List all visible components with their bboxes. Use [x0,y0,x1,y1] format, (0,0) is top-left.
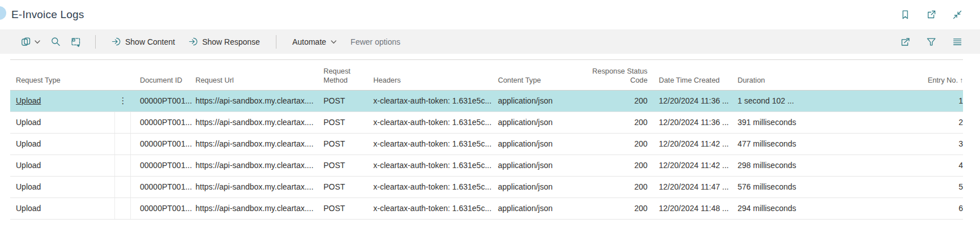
e-invoice-logs-page: E-Invoice Logs [0,0,980,249]
fewer-options-label: Fewer options [351,37,400,46]
table-row[interactable]: Upload ⋮ 00000PT001... https://api-sandb… [10,91,963,112]
cell-document-id: 00000PT001... [131,139,194,148]
log-table: Request Type Document ID Request Url Req… [10,59,963,220]
cell-content-type: application/json [497,182,578,191]
cell-request-type[interactable]: Upload [10,112,115,133]
cell-date-time-created: 12/20/2024 11:42 ... [647,139,736,148]
cell-request-type[interactable]: Upload [10,177,115,198]
cell-response-status-code: 200 [578,96,647,105]
views-button[interactable] [18,34,43,50]
cell-date-time-created: 12/20/2024 11:36 ... [647,96,736,105]
cell-duration: 477 milliseconds [736,139,821,148]
cell-request-method: POST [322,161,372,170]
cell-content-type: application/json [497,96,578,105]
show-content-button[interactable]: Show Content [107,34,180,49]
row-options-icon[interactable]: ⋮ [115,91,131,111]
app-accent-circle [0,6,6,20]
show-response-button[interactable]: Show Response [184,34,265,49]
cell-request-url: https://api-sandbox.my.cleartax.... [194,139,322,148]
sort-ascending-icon: ↑ [960,76,963,85]
row-options-icon[interactable] [115,112,131,133]
table-header-row: Request Type Document ID Request Url Req… [10,60,963,91]
fewer-options-button[interactable]: Fewer options [346,35,405,49]
cell-response-status-code: 200 [578,204,647,213]
column-header-headers[interactable]: Headers [372,67,497,90]
cell-response-status-code: 200 [578,161,647,170]
column-header-entry-no[interactable]: Entry No. ↑ [821,67,963,90]
row-options-icon[interactable] [115,177,131,198]
cell-request-type[interactable]: Upload [10,134,115,154]
cell-duration: 1 second 102 ... [736,96,821,105]
cell-date-time-created: 12/20/2024 11:47 ... [647,182,736,191]
cell-request-type[interactable]: Upload [10,155,115,176]
cell-duration: 391 milliseconds [736,118,821,127]
analyze-button[interactable] [68,34,84,50]
column-header-response-status-code[interactable]: Response Status Code [578,67,647,90]
cell-headers: x-cleartax-auth-token: 1.631e5c... [372,161,497,170]
column-header-options [115,67,131,90]
page-title: E-Invoice Logs [11,8,84,21]
cell-entry-no: 1 [821,96,963,105]
cell-request-url: https://api-sandbox.my.cleartax.... [194,204,322,213]
bookmark-icon[interactable] [900,9,911,20]
open-in-new-window-icon[interactable] [926,9,937,20]
cell-request-method: POST [322,139,372,148]
column-header-duration[interactable]: Duration [736,67,821,90]
search-button[interactable] [48,34,63,50]
table-body: Upload ⋮ 00000PT001... https://api-sandb… [10,91,963,220]
column-header-date-time-created[interactable]: Date Time Created [647,67,736,90]
cell-headers: x-cleartax-auth-token: 1.631e5c... [372,182,497,191]
table-row[interactable]: Upload 00000PT001... https://api-sandbox… [10,177,963,198]
cell-date-time-created: 12/20/2024 11:42 ... [647,161,736,170]
collapse-window-icon[interactable] [952,9,963,20]
row-options-icon[interactable] [115,198,131,219]
table-row[interactable]: Upload 00000PT001... https://api-sandbox… [10,134,963,155]
cell-request-type[interactable]: Upload [10,198,115,219]
automate-button[interactable]: Automate [288,35,342,49]
row-options-icon[interactable] [115,155,131,176]
cell-headers: x-cleartax-auth-token: 1.631e5c... [372,139,497,148]
cell-duration: 576 milliseconds [736,182,821,191]
cell-entry-no: 2 [821,118,963,127]
cell-duration: 294 milliseconds [736,204,821,213]
cell-content-type: application/json [497,161,578,170]
cell-content-type: application/json [497,118,578,127]
column-header-document-id[interactable]: Document ID [131,67,194,90]
column-header-request-url[interactable]: Request Url [194,67,322,90]
cell-document-id: 00000PT001... [131,161,194,170]
cell-document-id: 00000PT001... [131,204,194,213]
cell-request-method: POST [322,96,372,105]
chevron-down-icon [34,38,41,45]
table-row[interactable]: Upload 00000PT001... https://api-sandbox… [10,198,963,220]
cell-response-status-code: 200 [578,182,647,191]
cell-request-method: POST [322,204,372,213]
automate-label: Automate [292,37,326,46]
table-row[interactable]: Upload 00000PT001... https://api-sandbox… [10,112,963,134]
cell-request-method: POST [322,182,372,191]
row-options-icon[interactable] [115,134,131,154]
cell-request-type[interactable]: Upload [10,96,115,105]
share-icon[interactable] [900,36,911,48]
entry-no-label: Entry No. [928,76,958,85]
cell-document-id: 00000PT001... [131,96,194,105]
cell-response-status-code: 200 [578,118,647,127]
list-view-icon[interactable] [952,36,963,48]
column-header-request-type[interactable]: Request Type [10,67,115,90]
table-row[interactable]: Upload 00000PT001... https://api-sandbox… [10,155,963,177]
cell-content-type: application/json [497,204,578,213]
column-header-content-type[interactable]: Content Type [497,67,578,90]
action-bar: Show Content Show Response Automate Fewe… [0,29,980,54]
column-header-request-method[interactable]: Request Method [322,67,372,90]
cell-headers: x-cleartax-auth-token: 1.631e5c... [372,118,497,127]
filter-icon[interactable] [926,36,937,48]
cell-duration: 298 milliseconds [736,161,821,170]
cell-request-url: https://api-sandbox.my.cleartax.... [194,118,322,127]
cell-response-status-code: 200 [578,139,647,148]
cell-document-id: 00000PT001... [131,182,194,191]
show-content-label: Show Content [125,37,175,46]
cell-date-time-created: 12/20/2024 11:36 ... [647,118,736,127]
cell-content-type: application/json [497,139,578,148]
cell-request-url: https://api-sandbox.my.cleartax.... [194,96,322,105]
action-bar-right [900,36,963,48]
show-response-label: Show Response [202,37,260,46]
